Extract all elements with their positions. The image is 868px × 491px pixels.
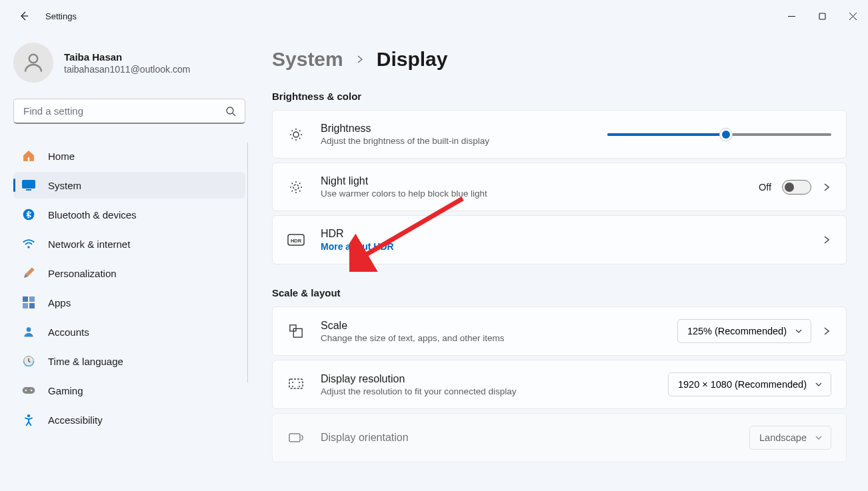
card-title: Night light bbox=[321, 175, 759, 187]
hdr-more-link[interactable]: More about HDR bbox=[321, 241, 822, 252]
svg-point-25 bbox=[292, 382, 293, 383]
section-brightness-color: Brightness & color bbox=[272, 91, 847, 102]
card-orientation[interactable]: Display orientation Landscape bbox=[272, 413, 847, 462]
card-title: HDR bbox=[321, 228, 822, 240]
sidebar: Taiba Hasan taibahasan1011@outlook.com H… bbox=[0, 32, 259, 491]
card-subtitle: Adjust the resolution to fit your connec… bbox=[321, 386, 668, 396]
orientation-icon bbox=[287, 431, 305, 444]
profile-email: taibahasan1011@outlook.com bbox=[64, 64, 190, 75]
nav-label: System bbox=[48, 180, 81, 191]
nav-scrollbar[interactable] bbox=[247, 143, 249, 382]
nav-apps[interactable]: Apps bbox=[13, 289, 245, 316]
svg-text:HDR: HDR bbox=[291, 238, 302, 244]
dropdown-value: 125% (Recommended) bbox=[687, 326, 787, 336]
search-input[interactable] bbox=[13, 99, 245, 124]
card-night-light[interactable]: Night light Use warmer colors to help bl… bbox=[272, 163, 847, 211]
card-title: Display orientation bbox=[321, 432, 749, 444]
svg-point-16 bbox=[31, 390, 33, 392]
nav-accounts[interactable]: Accounts bbox=[13, 318, 245, 345]
nav-bluetooth[interactable]: Bluetooth & devices bbox=[13, 201, 245, 228]
window-title: Settings bbox=[45, 11, 77, 21]
search-icon bbox=[225, 106, 236, 117]
minimize-icon bbox=[788, 13, 795, 20]
svg-rect-24 bbox=[289, 379, 303, 388]
nav-gaming[interactable]: Gaming bbox=[13, 377, 245, 404]
svg-point-6 bbox=[27, 246, 29, 248]
chevron-right-icon bbox=[355, 55, 365, 64]
nav-label: Home bbox=[48, 151, 75, 162]
paint-icon bbox=[21, 266, 36, 280]
close-button[interactable] bbox=[837, 5, 868, 27]
card-scale[interactable]: Scale Change the size of text, apps, and… bbox=[272, 306, 847, 356]
breadcrumb-parent[interactable]: System bbox=[272, 48, 343, 71]
svg-point-28 bbox=[299, 386, 300, 387]
nav-label: Accounts bbox=[48, 326, 89, 338]
toggle-knob bbox=[785, 183, 794, 192]
chevron-right-icon[interactable] bbox=[822, 183, 831, 192]
clock-icon bbox=[21, 354, 36, 368]
nav-home[interactable]: Home bbox=[13, 143, 245, 169]
nav-label: Accessibility bbox=[48, 414, 103, 426]
card-title: Brightness bbox=[321, 123, 607, 135]
card-brightness: Brightness Adjust the brightness of the … bbox=[272, 110, 847, 159]
back-button[interactable] bbox=[11, 3, 37, 29]
orientation-dropdown[interactable]: Landscape bbox=[749, 426, 831, 450]
brightness-slider[interactable] bbox=[607, 133, 831, 136]
svg-rect-3 bbox=[22, 180, 35, 189]
nav-label: Personalization bbox=[48, 268, 117, 279]
dropdown-value: Landscape bbox=[759, 432, 807, 443]
toggle-state-label: Off bbox=[759, 182, 771, 193]
person-icon bbox=[21, 51, 45, 75]
card-title: Scale bbox=[321, 320, 677, 332]
accessibility-icon bbox=[21, 412, 36, 427]
night-light-toggle[interactable] bbox=[782, 180, 811, 195]
card-hdr[interactable]: HDR HDR More about HDR bbox=[272, 215, 847, 264]
brightness-icon bbox=[287, 127, 305, 143]
nav-accessibility[interactable]: Accessibility bbox=[13, 406, 245, 433]
svg-point-17 bbox=[27, 414, 30, 417]
wifi-icon bbox=[21, 237, 36, 251]
minimize-button[interactable] bbox=[776, 5, 807, 27]
breadcrumb-current: Display bbox=[377, 48, 448, 71]
system-icon bbox=[21, 178, 36, 193]
scale-icon bbox=[287, 324, 305, 338]
chevron-down-icon bbox=[795, 327, 803, 335]
svg-rect-9 bbox=[23, 303, 28, 308]
svg-point-15 bbox=[25, 390, 27, 392]
maximize-icon bbox=[819, 13, 826, 20]
slider-thumb[interactable] bbox=[719, 128, 733, 141]
search-box bbox=[13, 99, 245, 124]
card-title: Display resolution bbox=[321, 373, 668, 385]
card-subtitle: Change the size of text, apps, and other… bbox=[321, 333, 677, 343]
svg-point-18 bbox=[293, 132, 299, 137]
svg-point-19 bbox=[293, 185, 299, 190]
chevron-right-icon[interactable] bbox=[822, 326, 831, 336]
scale-dropdown[interactable]: 125% (Recommended) bbox=[677, 319, 811, 343]
breadcrumb: System Display bbox=[272, 48, 847, 71]
chevron-down-icon bbox=[815, 380, 823, 388]
nav-label: Time & language bbox=[48, 356, 123, 367]
profile-area[interactable]: Taiba Hasan taibahasan1011@outlook.com bbox=[13, 32, 245, 99]
svg-point-26 bbox=[299, 382, 300, 383]
card-subtitle: Use warmer colors to help block blue lig… bbox=[321, 189, 759, 199]
main-content: System Display Brightness & color Bright… bbox=[259, 32, 868, 491]
svg-rect-23 bbox=[293, 328, 302, 337]
titlebar: Settings bbox=[0, 0, 868, 32]
nav-system[interactable]: System bbox=[13, 172, 245, 199]
card-resolution[interactable]: Display resolution Adjust the resolution… bbox=[272, 360, 847, 409]
maximize-button[interactable] bbox=[807, 5, 837, 27]
nav-network[interactable]: Network & internet bbox=[13, 231, 245, 257]
nav-time[interactable]: Time & language bbox=[13, 348, 245, 374]
night-light-icon bbox=[287, 179, 305, 195]
svg-rect-29 bbox=[289, 434, 300, 442]
chevron-right-icon[interactable] bbox=[822, 235, 831, 245]
svg-rect-8 bbox=[29, 296, 35, 302]
card-subtitle: Adjust the brightness of the built-in di… bbox=[321, 136, 607, 146]
nav-label: Network & internet bbox=[48, 239, 130, 250]
nav-label: Gaming bbox=[48, 385, 83, 396]
profile-name: Taiba Hasan bbox=[64, 51, 190, 63]
resolution-dropdown[interactable]: 1920 × 1080 (Recommended) bbox=[668, 372, 831, 396]
bluetooth-icon bbox=[21, 207, 36, 222]
dropdown-value: 1920 × 1080 (Recommended) bbox=[678, 379, 807, 390]
nav-personalization[interactable]: Personalization bbox=[13, 260, 245, 286]
